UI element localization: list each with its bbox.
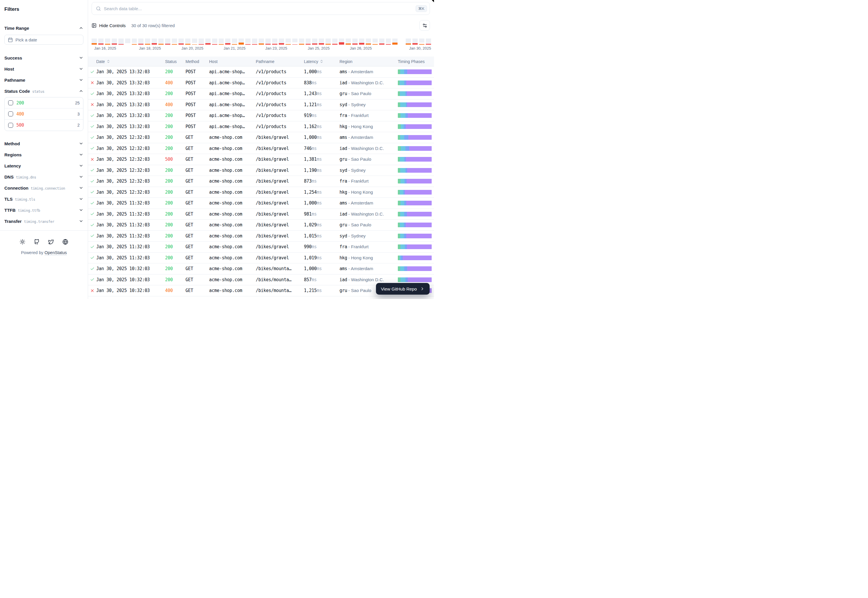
globe-icon[interactable] [62,239,69,245]
timeline-bar-total [299,39,304,43]
timeline-bar [192,39,197,45]
status-filter-200[interactable]: 20025 [4,97,83,109]
cell-status: 200 [165,266,185,271]
cell-latency: 1,381ms [304,157,339,162]
cell-method: GET [185,190,209,195]
region-code: gru [339,288,347,293]
sidebar-item-method[interactable]: Method [4,141,84,147]
cell-status: 200 [165,135,185,140]
phase-tls [405,168,408,173]
timeline-bar [426,39,431,45]
cell-latency: 1,015ms [304,233,339,239]
date-picker-input[interactable]: Pick a date [4,35,84,45]
sidebar-item-dns[interactable]: DNStiming.dns [4,174,84,180]
table-row[interactable]: Jan 30, 2025 11:32:03200GETacme-shop.com… [88,231,434,242]
timeline-bar-errors [379,43,384,45]
search-input[interactable] [104,6,413,11]
sidebar-item-latency[interactable]: Latency [4,163,84,169]
status-filter-500[interactable]: 5002 [4,120,83,131]
table-row[interactable]: Jan 30, 2025 12:32:03500GETacme-shop.com… [88,154,434,165]
table-row[interactable]: Jan 30, 2025 12:32:03200GETacme-shop.com… [88,143,434,154]
table-row[interactable]: Jan 30, 2025 11:32:03200GETacme-shop.com… [88,209,434,220]
table-row[interactable]: Jan 30, 2025 12:32:03200GETacme-shop.com… [88,132,434,143]
sidebar-item-host[interactable]: Host [4,66,84,72]
region-name: - Frankfurt [347,178,368,184]
phase-dns [398,234,400,238]
phase-connection [400,190,403,194]
table-row[interactable]: Jan 30, 2025 13:32:03200POSTapi.acme-sho… [88,121,434,132]
timeline-bar-errors [225,43,230,45]
timeline-bar-total [105,39,110,43]
table-row[interactable]: Jan 30, 2025 11:32:03200GETacme-shop.com… [88,253,434,264]
cell-latency: 1,162ms [304,124,339,129]
timeline-bar-total [285,39,291,43]
table-row[interactable]: Jan 30, 2025 11:32:03200GETacme-shop.com… [88,198,434,209]
phase-connection [400,223,404,227]
sidebar-item-ttfb[interactable]: TTFBtiming.ttfb [4,207,84,213]
github-icon[interactable] [34,239,40,245]
sidebar-item-pathname[interactable]: Pathname [4,77,84,83]
cell-timing-phases [398,69,434,74]
column-header-latency[interactable]: Latency [304,59,339,64]
sort-icon [106,60,110,63]
view-github-repo-button[interactable]: View GitHub Repo [376,283,430,295]
table-row[interactable]: Jan 30, 2025 12:32:03200GETacme-shop.com… [88,187,434,198]
timing-phases-bar [398,212,432,217]
table-row[interactable]: Jan 30, 2025 13:32:03200POSTapi.acme-sho… [88,67,434,78]
timeline-bar-total [379,39,384,43]
sidebar-item-time-range[interactable]: Time Range [4,25,84,31]
sliders-icon [422,23,427,28]
openstatus-link[interactable]: OpenStatus [45,250,67,255]
sidebar-item-transfer[interactable]: Transfertiming.transfer [4,218,84,224]
latency-value: 990 [304,244,312,250]
table-row[interactable]: Jan 30, 2025 12:32:03200GETacme-shop.com… [88,165,434,176]
sidebar-item-success[interactable]: Success [4,55,84,61]
cell-host: acme-shop.com [209,255,256,260]
cell-region: iad - Washington D.C. [339,80,398,85]
checkbox-200[interactable] [8,100,13,105]
table-row[interactable]: Jan 30, 2025 10:32:03200GETacme-shop.com… [88,263,434,275]
chevron-down-icon [79,78,84,82]
checkbox-400[interactable] [8,111,13,117]
timeline-bar-total [199,39,204,43]
cell-region: gru - Sao Paulo [339,222,398,227]
error-x-icon [88,289,96,293]
timeline-bar-total [232,39,237,43]
region-name: - Sydney [347,168,366,173]
timeline-bar-errors [132,44,137,45]
timeline-bar-errors [372,44,378,45]
table-header-row: DateStatusMethodHostPathnameLatencyRegio… [88,57,434,67]
sun-icon[interactable] [19,239,26,245]
cell-method: GET [185,135,209,140]
table-row[interactable]: Jan 30, 2025 13:32:03400POSTapi.acme-sho… [88,78,434,89]
table-row[interactable]: Jan 30, 2025 11:32:03200GETacme-shop.com… [88,242,434,253]
timeline-bar [386,39,391,45]
phase-ttfb [407,244,432,249]
table-row[interactable]: Jan 30, 2025 13:32:03400POSTapi.acme-sho… [88,99,434,111]
sidebar-item-tls[interactable]: TLStiming.tls [4,196,84,202]
timeline-bar-errors [326,44,331,45]
chevron-down-icon [79,219,84,223]
sidebar-item-status-code[interactable]: Status Codestatus [4,88,84,94]
success-check-icon [88,146,96,151]
column-header-date[interactable]: Date [96,59,165,64]
cell-region: hkg - Hong Kong [339,190,398,195]
region-code: hkg [339,190,347,195]
timeline-bar-errors [306,44,311,45]
sidebar-item-regions[interactable]: Regions [4,152,84,157]
sidebar-item-connection[interactable]: Connectiontiming.connection [4,185,84,191]
table-row[interactable]: Jan 30, 2025 13:32:03200POSTapi.acme-sho… [88,88,434,99]
checkbox-500[interactable] [8,123,13,128]
table-row[interactable]: Jan 30, 2025 13:32:03200POSTapi.acme-sho… [88,110,434,121]
timing-phases-bar [398,201,432,205]
region-name: - Washington D.C. [347,80,384,85]
view-settings-button[interactable] [420,20,430,31]
timing-phases-bar [398,256,432,260]
status-filter-400[interactable]: 4003 [4,109,83,120]
hide-controls-button[interactable]: Hide Controls [91,23,126,28]
table-row[interactable]: Jan 30, 2025 11:32:03200GETacme-shop.com… [88,220,434,231]
phase-ttfb [407,266,432,271]
cell-pathname: /bikes/gravel [256,211,304,217]
twitter-icon[interactable] [48,239,54,245]
table-row[interactable]: Jan 30, 2025 12:32:03200GETacme-shop.com… [88,176,434,187]
